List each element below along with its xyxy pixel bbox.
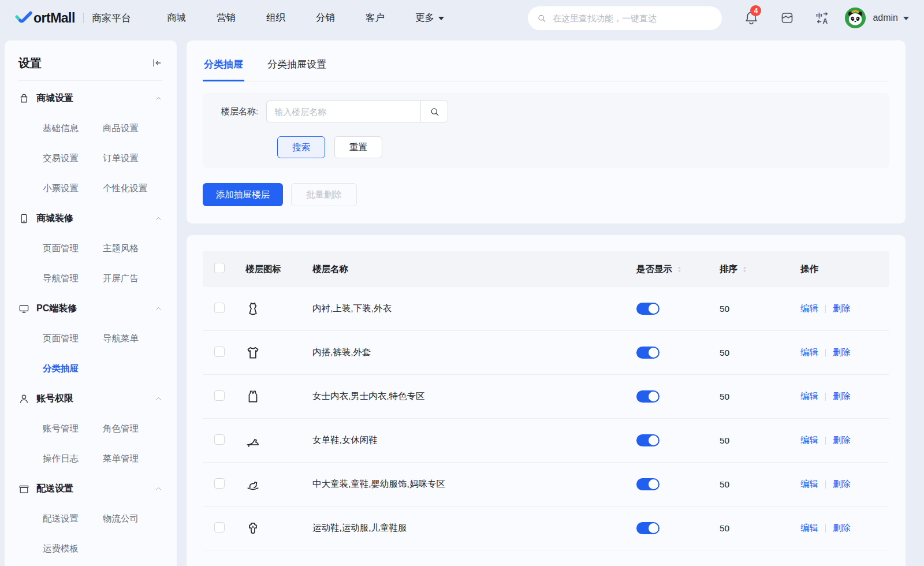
divider xyxy=(825,437,826,445)
edit-link[interactable]: 编辑 xyxy=(800,434,818,446)
box-icon xyxy=(18,483,29,494)
visibility-toggle[interactable] xyxy=(636,303,660,315)
sort-icon[interactable] xyxy=(676,266,683,273)
group-label: 商城装修 xyxy=(36,213,147,225)
sidebar-group-mall-decoration[interactable]: 商城装修 xyxy=(18,203,163,233)
row-checkbox[interactable] xyxy=(214,478,225,489)
input-search-button[interactable] xyxy=(420,100,448,122)
edit-link[interactable]: 编辑 xyxy=(800,478,818,490)
monitor-icon xyxy=(18,303,29,314)
group-label: 商城设置 xyxy=(36,92,147,105)
language-switch-button[interactable] xyxy=(815,11,829,25)
tab-category-drawer-settings[interactable]: 分类抽屉设置 xyxy=(266,54,327,81)
visibility-toggle[interactable] xyxy=(636,390,660,403)
visibility-toggle[interactable] xyxy=(636,522,660,534)
visibility-toggle[interactable] xyxy=(636,434,660,446)
sidebar-group-delivery-settings[interactable]: 配送设置 xyxy=(18,474,163,504)
table-row: 中大童装,童鞋,婴幼服饰,妈咪专区 50 编辑 删除 xyxy=(203,463,889,507)
sidebar-title: 设置 xyxy=(18,55,42,71)
delete-link[interactable]: 删除 xyxy=(833,347,851,359)
nav-item-organization[interactable]: 组织 xyxy=(266,12,285,24)
edit-link[interactable]: 编辑 xyxy=(800,303,818,315)
delete-link[interactable]: 删除 xyxy=(833,390,851,403)
translate-icon xyxy=(815,11,829,25)
table-row: 女士内衣,男士内衣,特色专区 50 编辑 删除 xyxy=(203,375,889,419)
notification-bell-button[interactable]: 4 xyxy=(744,10,759,25)
sidebar-item-product-settings[interactable]: 商品设置 xyxy=(103,113,163,143)
group-label: PC端装修 xyxy=(36,303,147,315)
sort-icon[interactable] xyxy=(741,266,748,273)
sidebar-item-account-management[interactable]: 账号管理 xyxy=(43,414,103,444)
sidebar-item-basic-info[interactable]: 基础信息 xyxy=(43,113,103,143)
baby-romper-icon xyxy=(245,521,260,536)
sidebar-item-freight-templates[interactable]: 运费模板 xyxy=(43,534,103,564)
sidebar-item-pc-page-management[interactable]: 页面管理 xyxy=(43,323,103,353)
edit-link[interactable]: 编辑 xyxy=(800,522,818,534)
visibility-toggle[interactable] xyxy=(636,478,660,490)
table-row: 内搭,裤装,外套 50 编辑 删除 xyxy=(203,331,889,375)
group-label: 配送设置 xyxy=(36,483,147,495)
select-all-checkbox[interactable] xyxy=(214,263,225,273)
sidebar-group-pc-decoration[interactable]: PC端装修 xyxy=(18,293,163,323)
nav-item-mall[interactable]: 商城 xyxy=(167,12,186,24)
visibility-toggle[interactable] xyxy=(636,347,660,359)
filter-card: 分类抽屉 分类抽屉设置 楼层名称: 搜索 重置 添加抽屉楼层 批量删除 xyxy=(187,40,906,224)
reset-button[interactable]: 重置 xyxy=(334,136,382,158)
platform-name: 商家平台 xyxy=(92,12,131,25)
sidebar-item-operation-logs[interactable]: 操作日志 xyxy=(43,444,103,474)
delete-link[interactable]: 删除 xyxy=(833,522,851,534)
global-search-input[interactable] xyxy=(552,13,713,24)
delete-link[interactable]: 删除 xyxy=(833,434,851,446)
storefront-button[interactable] xyxy=(780,11,794,25)
sidebar-item-role-management[interactable]: 角色管理 xyxy=(103,414,163,444)
batch-delete-button[interactable]: 批量删除 xyxy=(291,183,357,206)
sidebar-item-page-management[interactable]: 页面管理 xyxy=(43,233,103,263)
sidebar-item-delivery-settings[interactable]: 配送设置 xyxy=(43,504,103,534)
sidebar-item-logistics-companies[interactable]: 物流公司 xyxy=(103,504,163,534)
sidebar-item-theme-style[interactable]: 主题风格 xyxy=(103,233,163,263)
sidebar-item-receipt-settings[interactable]: 小票设置 xyxy=(43,173,103,203)
search-icon xyxy=(430,107,439,117)
tabs: 分类抽屉 分类抽屉设置 xyxy=(203,54,889,81)
nav-item-marketing[interactable]: 营销 xyxy=(217,12,236,24)
delete-link[interactable]: 删除 xyxy=(833,478,851,490)
nav-item-more[interactable]: 更多 xyxy=(415,12,444,24)
sidebar-item-order-settings[interactable]: 订单设置 xyxy=(103,143,163,173)
sidebar-item-splash-ads[interactable]: 开屏广告 xyxy=(103,263,163,293)
filter-panel: 楼层名称: 搜索 重置 xyxy=(203,93,889,168)
row-checkbox[interactable] xyxy=(214,303,225,313)
floor-name-input[interactable] xyxy=(266,100,420,122)
nav-item-distribution[interactable]: 分销 xyxy=(316,12,335,24)
sidebar-item-trade-settings[interactable]: 交易设置 xyxy=(43,143,103,173)
sidebar-item-menu-management[interactable]: 菜单管理 xyxy=(103,444,163,474)
row-checkbox[interactable] xyxy=(214,390,225,401)
search-button[interactable]: 搜索 xyxy=(277,136,325,158)
edit-link[interactable]: 编辑 xyxy=(800,347,818,359)
tank-top-icon xyxy=(245,389,260,404)
collapse-sidebar-icon[interactable] xyxy=(151,57,163,69)
sidebar-item-personalization[interactable]: 个性化设置 xyxy=(103,173,163,203)
sidebar-group-mall-settings[interactable]: 商城设置 xyxy=(18,83,163,113)
header-floor-name: 楼层名称 xyxy=(312,263,627,275)
add-drawer-floor-button[interactable]: 添加抽屉楼层 xyxy=(203,183,283,206)
sidebar-item-category-drawer[interactable]: 分类抽屉 xyxy=(43,353,103,383)
row-checkbox[interactable] xyxy=(214,434,225,445)
tshirt-icon xyxy=(245,345,260,360)
sort-value: 50 xyxy=(714,435,781,446)
brand-logo-icon xyxy=(15,10,32,25)
sidebar-item-nav-management[interactable]: 导航管理 xyxy=(43,263,103,293)
delete-link[interactable]: 删除 xyxy=(833,303,851,315)
tab-category-drawer[interactable]: 分类抽屉 xyxy=(203,54,244,81)
sidebar-group-account-permissions[interactable]: 账号权限 xyxy=(18,383,163,414)
table-row: 运动鞋,运动服,儿童鞋服 50 编辑 删除 xyxy=(203,507,889,550)
table-row: 内衬,上装,下装,外衣 50 编辑 删除 xyxy=(203,287,889,331)
nav-item-customers[interactable]: 客户 xyxy=(366,12,385,24)
row-checkbox[interactable] xyxy=(214,347,225,357)
user-menu[interactable]: admin xyxy=(844,7,909,29)
row-checkbox[interactable] xyxy=(214,522,225,533)
dress-icon xyxy=(245,301,260,316)
global-search[interactable] xyxy=(528,6,722,30)
edit-link[interactable]: 编辑 xyxy=(800,390,818,403)
floor-name: 内搭,裤装,外套 xyxy=(312,347,627,359)
sidebar-item-nav-menu[interactable]: 导航菜单 xyxy=(103,323,163,353)
